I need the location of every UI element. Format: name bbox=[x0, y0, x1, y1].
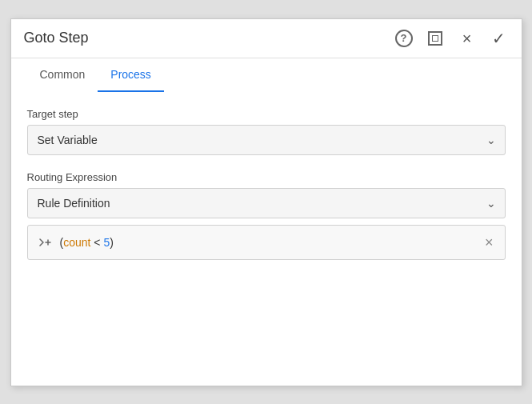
tabs: Common Process bbox=[27, 58, 506, 92]
expression-operator: < bbox=[90, 236, 103, 249]
target-step-section: Target step Set Variable ⌄ bbox=[27, 108, 506, 155]
header-icons: ? × ✓ bbox=[395, 29, 509, 48]
routing-expression-section: Routing Expression Rule Definition ⌄ (co… bbox=[27, 171, 506, 260]
expression-remove-button[interactable]: × bbox=[483, 234, 495, 251]
expression-text: (count < 5) bbox=[60, 236, 475, 249]
target-step-label: Target step bbox=[27, 108, 506, 120]
close-icon[interactable]: × bbox=[458, 29, 477, 48]
window-icon[interactable] bbox=[426, 29, 445, 48]
dialog-body: Common Process Target step Set Variable … bbox=[11, 58, 522, 386]
expression-function: count bbox=[63, 236, 90, 249]
help-icon[interactable]: ? bbox=[395, 30, 413, 47]
dialog-header: Goto Step ? × ✓ bbox=[11, 19, 522, 58]
target-step-select[interactable]: Set Variable bbox=[27, 125, 506, 155]
expression-icon bbox=[38, 235, 52, 250]
routing-expression-label: Routing Expression bbox=[27, 171, 506, 183]
confirm-icon[interactable]: ✓ bbox=[490, 29, 509, 48]
expression-item: (count < 5) × bbox=[27, 225, 506, 260]
routing-expression-select[interactable]: Rule Definition bbox=[27, 188, 506, 218]
tab-process[interactable]: Process bbox=[98, 58, 164, 92]
routing-expression-wrapper: Rule Definition ⌄ bbox=[27, 188, 506, 218]
target-step-wrapper: Set Variable ⌄ bbox=[27, 125, 506, 155]
tab-common[interactable]: Common bbox=[27, 58, 98, 92]
expression-close-paren: ) bbox=[110, 236, 114, 249]
dialog-title: Goto Step bbox=[24, 30, 395, 46]
goto-step-dialog: Goto Step ? × ✓ Common Process bbox=[10, 18, 522, 386]
expression-formula-icon bbox=[38, 235, 52, 250]
